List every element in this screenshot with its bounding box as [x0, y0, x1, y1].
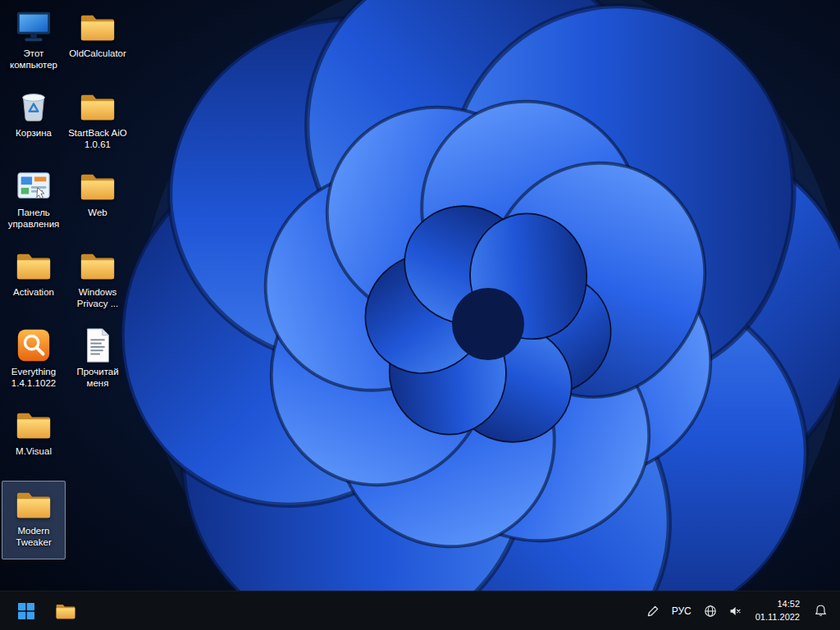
icon-label: Прочитай меня	[66, 366, 129, 389]
icon-label: Корзина	[16, 127, 52, 139]
icon-label: StartBack AiO 1.0.61	[66, 127, 129, 150]
desktop: Этот компьютер Корзина Панель управления…	[0, 0, 840, 591]
clock-date: 01.11.2022	[756, 611, 800, 623]
volume-button[interactable]	[724, 598, 746, 624]
text-file-icon	[79, 326, 116, 364]
windows-logo-icon	[16, 601, 36, 621]
icon-label: M.Visual	[16, 445, 52, 457]
icon-label: Панель управления	[2, 207, 65, 230]
clock-time: 14:52	[756, 598, 800, 610]
icon-label: Modern Tweaker	[2, 525, 65, 548]
volume-muted-icon	[728, 605, 742, 618]
folder-icon	[79, 247, 116, 285]
icon-label: Windows Privacy ...	[66, 286, 129, 309]
desktop-icon-this-pc[interactable]: Этот компьютер	[2, 3, 66, 82]
this-pc-icon	[15, 8, 52, 46]
folder-icon	[79, 8, 116, 46]
folder-icon	[79, 167, 116, 205]
icon-label: Everything 1.4.1.1022	[2, 366, 65, 389]
desktop-icon-modern-tweaker[interactable]: Modern Tweaker	[2, 481, 66, 559]
notification-bell-icon	[814, 604, 828, 618]
system-tray: РУС 14:52 01.11.2022	[641, 598, 840, 624]
network-globe-icon	[704, 605, 717, 618]
recycle-bin-icon	[15, 88, 52, 126]
icon-label: Web	[88, 207, 107, 218]
icon-label: Этот компьютер	[2, 48, 65, 71]
folder-icon	[15, 486, 52, 523]
desktop-icon-oldcalculator[interactable]: OldCalculator	[66, 3, 130, 82]
notification-center-button[interactable]	[809, 598, 832, 624]
desktop-icon-control-panel[interactable]: Панель управления	[2, 162, 66, 241]
file-explorer-icon	[55, 600, 76, 622]
taskbar: РУС 14:52 01.11.2022	[0, 591, 840, 630]
network-button[interactable]	[699, 598, 722, 624]
start-button[interactable]	[10, 595, 43, 628]
desktop-icon-web[interactable]: Web	[66, 162, 130, 241]
desktop-icon-windows-privacy[interactable]: Windows Privacy ...	[66, 242, 130, 321]
language-indicator[interactable]: РУС	[666, 605, 697, 617]
desktop-icon-everything[interactable]: Everything 1.4.1.1022	[2, 322, 66, 400]
folder-icon	[15, 406, 52, 444]
icon-label: OldCalculator	[69, 48, 126, 59]
pen-icon	[646, 605, 660, 618]
desktop-icon-recycle-bin[interactable]: Корзина	[2, 83, 66, 162]
taskbar-clock[interactable]: 14:52 01.11.2022	[748, 598, 807, 623]
pen-input-button[interactable]	[641, 598, 664, 624]
folder-icon	[15, 247, 52, 285]
desktop-icon-activation[interactable]: Activation	[2, 242, 66, 321]
control-panel-icon	[15, 167, 52, 205]
desktop-icon-startback[interactable]: StartBack AiO 1.0.61	[66, 83, 130, 162]
desktop-icon-grid: Этот компьютер Корзина Панель управления…	[2, 3, 130, 560]
desktop-icon-mvisual[interactable]: M.Visual	[2, 401, 66, 480]
file-explorer-button[interactable]	[49, 595, 82, 628]
taskbar-left	[0, 595, 82, 628]
everything-app-icon	[15, 326, 52, 364]
folder-icon	[79, 88, 116, 126]
desktop-icon-readme[interactable]: Прочитай меня	[66, 322, 130, 400]
icon-label: Activation	[13, 286, 54, 298]
